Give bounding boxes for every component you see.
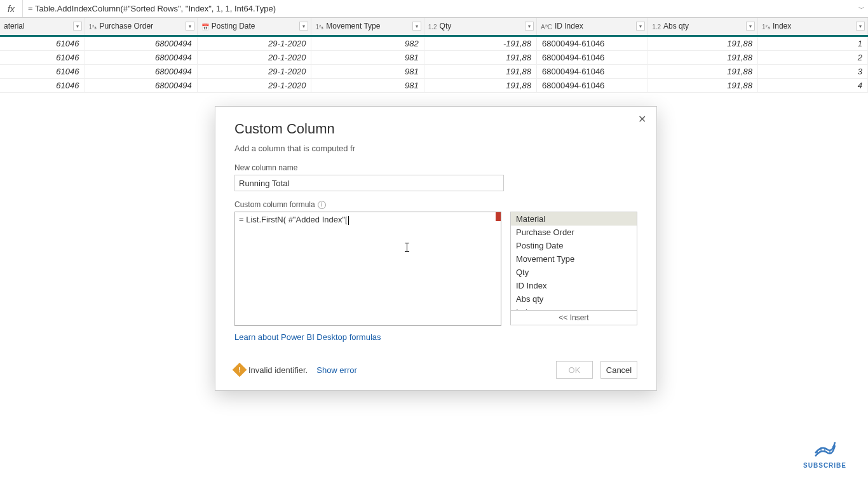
subscribe-logo[interactable]: SUBSCRIBE [803, 442, 846, 469]
dialog-subtitle: Add a column that is computed fr [234, 144, 637, 153]
data-grid: aterial▾ 1²₃Purchase Order▾ 📅Posting Dat… [0, 18, 868, 93]
filter-icon[interactable]: ▾ [525, 22, 534, 30]
cell-mvt: 981 [311, 50, 424, 64]
col-label: Qty [440, 22, 452, 30]
error-marker [496, 212, 501, 221]
table-row[interactable]: 610466800049429-1-2020982-191,8868000494… [0, 36, 868, 50]
learn-link[interactable]: Learn about Power BI Desktop formulas [234, 332, 381, 342]
cell-date: 20-1-2020 [197, 50, 311, 64]
type-number-icon: 1²₃ [315, 24, 323, 30]
table-row[interactable]: 610466800049429-1-2020981191,8868000494-… [0, 64, 868, 78]
type-decimal-icon: 1.2 [652, 24, 661, 30]
type-decimal-icon: 1.2 [428, 24, 437, 30]
col-label: Abs qty [663, 22, 689, 30]
dna-icon [812, 442, 837, 459]
error-text: Invalid identifier. [248, 365, 308, 375]
col-label: Purchase Order [99, 22, 153, 30]
column-option[interactable]: Qty [511, 266, 637, 279]
cell-idx: 2 [758, 50, 868, 64]
cell-date: 29-1-2020 [197, 36, 311, 50]
cell-po: 68000494 [85, 78, 197, 92]
cell-material: 61046 [0, 78, 85, 92]
cell-id: 68000494-61046 [537, 36, 648, 50]
cell-qty: 191,88 [424, 64, 536, 78]
show-error-link[interactable]: Show error [316, 365, 357, 375]
formula-text[interactable]: = Table.AddIndexColumn(#"Sorted Rows", "… [23, 4, 855, 13]
cell-abs: 191,88 [648, 50, 758, 64]
cell-id: 68000494-61046 [537, 50, 648, 64]
close-icon[interactable]: ✕ [634, 112, 650, 126]
col-header-movement-type[interactable]: 1²₃Movement Type▾ [311, 18, 424, 36]
cell-po: 68000494 [85, 64, 197, 78]
col-label: Posting Date [212, 22, 255, 30]
cell-mvt: 981 [311, 64, 424, 78]
type-text-icon: AᴮC [541, 24, 552, 30]
formula-field-label: Custom column formula i [234, 200, 637, 209]
formula-editor[interactable]: = List.FirstN( #"Added Index"[ [234, 212, 501, 326]
filter-icon[interactable]: ▾ [73, 22, 82, 30]
name-field-label: New column name [234, 163, 637, 172]
insert-button[interactable]: << Insert [510, 310, 637, 325]
cancel-button[interactable]: Cancel [600, 361, 637, 379]
cell-qty: 191,88 [424, 78, 536, 92]
cell-mvt: 982 [311, 36, 424, 50]
filter-icon[interactable]: ▾ [412, 22, 421, 30]
column-option[interactable]: Posting Date [511, 239, 637, 252]
column-name-input[interactable] [234, 175, 504, 191]
col-label: Index [773, 22, 791, 30]
type-number-icon: 1²₃ [89, 24, 97, 30]
cell-po: 68000494 [85, 36, 197, 50]
filter-icon[interactable]: ▾ [856, 22, 865, 30]
column-option[interactable]: Material [511, 212, 637, 226]
col-header-qty[interactable]: 1.2Qty▾ [424, 18, 536, 36]
custom-column-dialog: ✕ Custom Column Add a column that is com… [215, 106, 657, 391]
cell-id: 68000494-61046 [537, 64, 648, 78]
col-header-posting-date[interactable]: 📅Posting Date▾ [197, 18, 311, 36]
filter-icon[interactable]: ▾ [186, 22, 194, 30]
filter-icon[interactable]: ▾ [299, 22, 308, 30]
cell-mvt: 981 [311, 78, 424, 92]
cell-date: 29-1-2020 [197, 78, 311, 92]
formula-bar: fx = Table.AddIndexColumn(#"Sorted Rows"… [0, 0, 868, 18]
cell-abs: 191,88 [648, 36, 758, 50]
cell-po: 68000494 [85, 50, 197, 64]
table-row[interactable]: 610466800049429-1-2020981191,8868000494-… [0, 78, 868, 92]
cell-id: 68000494-61046 [537, 78, 648, 92]
warning-icon: ! [233, 363, 247, 377]
cell-idx: 3 [758, 64, 868, 78]
cell-abs: 191,88 [648, 64, 758, 78]
cell-abs: 191,88 [648, 78, 758, 92]
cell-date: 29-1-2020 [197, 64, 311, 78]
col-label: ID Index [555, 22, 583, 30]
type-number-icon: 1²₃ [762, 24, 770, 30]
subscribe-text: SUBSCRIBE [803, 462, 846, 469]
filter-icon[interactable]: ▾ [636, 22, 645, 30]
column-option[interactable]: ID Index [511, 279, 637, 292]
col-label: aterial [4, 22, 25, 30]
column-option[interactable]: Movement Type [511, 252, 637, 266]
cell-idx: 1 [758, 36, 868, 50]
cell-qty: -191,88 [424, 36, 536, 50]
table-row[interactable]: 610466800049420-1-2020981191,8868000494-… [0, 50, 868, 64]
dialog-title: Custom Column [234, 121, 637, 137]
col-header-abs-qty[interactable]: 1.2Abs qty▾ [648, 18, 758, 36]
formula-expand-icon[interactable]: ﹀ [855, 4, 868, 13]
type-date-icon: 📅 [201, 24, 209, 30]
cell-qty: 191,88 [424, 50, 536, 64]
cell-idx: 4 [758, 78, 868, 92]
cell-material: 61046 [0, 36, 85, 50]
col-header-index[interactable]: 1²₃Index▾ [758, 18, 868, 36]
filter-icon[interactable]: ▾ [746, 22, 755, 30]
fx-icon[interactable]: fx [0, 0, 23, 17]
column-option[interactable]: Abs qty [511, 292, 637, 306]
column-option[interactable]: Purchase Order [511, 226, 637, 239]
available-columns-list[interactable]: MaterialPurchase OrderPosting DateMoveme… [510, 212, 637, 311]
info-icon[interactable]: i [318, 201, 326, 209]
ok-button: OK [556, 361, 593, 379]
col-header-material[interactable]: aterial▾ [0, 18, 85, 36]
col-header-id-index[interactable]: AᴮCID Index▾ [537, 18, 648, 36]
col-label: Movement Type [326, 22, 380, 30]
cell-material: 61046 [0, 64, 85, 78]
col-header-purchase-order[interactable]: 1²₃Purchase Order▾ [85, 18, 197, 36]
cell-material: 61046 [0, 50, 85, 64]
